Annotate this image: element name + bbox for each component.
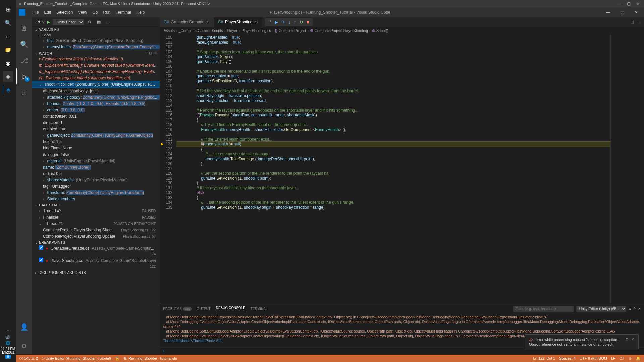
restart-button[interactable]: ↻: [300, 20, 303, 25]
status-spaces[interactable]: Spaces: 4: [559, 356, 576, 360]
terminal-tab[interactable]: TERMINAL: [251, 307, 268, 311]
watch-section[interactable]: ⌄WATCH+⊟✕: [32, 50, 160, 56]
debug-more-icon[interactable]: ⋯: [105, 20, 111, 24]
split-editor-icon[interactable]: ◫: [630, 20, 634, 24]
vscode-task-icon[interactable]: ⬘: [3, 84, 13, 95]
maximize-button[interactable]: ▢: [625, 1, 632, 6]
code-content[interactable]: gunLight.enabled = true; faceLight.enabl…: [176, 34, 610, 304]
editor-more-icon[interactable]: ⋯: [637, 20, 641, 24]
status-branch[interactable]: 🔒: [115, 356, 120, 361]
chrome-icon[interactable]: ◉: [3, 58, 13, 68]
step-out-button[interactable]: ↑: [294, 20, 296, 25]
var-enemyhealth[interactable]: › enemyHealth: ZomBunny(Clone) (Complete…: [32, 44, 160, 50]
status-lang[interactable]: C#: [620, 356, 624, 360]
stackframe2[interactable]: CompleteProject.PlayerShooting.UpdatePla…: [32, 233, 160, 240]
menu-file[interactable]: File: [30, 10, 41, 15]
notification-toast[interactable]: ✕ ⚙ ⓧ error while processing request 'sc…: [525, 334, 639, 349]
task-view-icon[interactable]: ▭: [3, 31, 13, 42]
debug-settings-icon[interactable]: ⚙: [87, 20, 93, 24]
w-static[interactable]: › Static members: [32, 196, 160, 202]
clear-console-icon[interactable]: ≡: [629, 307, 631, 311]
search-activity-icon[interactable]: 🔍: [16, 36, 32, 52]
close-all-icon[interactable]: ✕: [154, 51, 157, 55]
step-over-button[interactable]: ↷: [281, 20, 285, 25]
thread2[interactable]: › Thread #2PAUSED: [32, 208, 160, 214]
tray-vol-icon[interactable]: 🔊: [6, 335, 10, 340]
status-debug-target[interactable]: ▷ Unity Editor (Running_Shooter_Tutorial…: [42, 356, 111, 361]
menu-help[interactable]: Help: [134, 10, 148, 15]
w-rigid[interactable]: › attachedRigidbody: ZomBunny(Clone) (Un…: [32, 94, 160, 101]
callstack-section[interactable]: ⌄CALL STACK: [32, 202, 160, 208]
vsc-close-button[interactable]: ✕: [631, 10, 641, 15]
watch-cache2[interactable]: m_ExplosionHitCache[i].GetComponent<Enem…: [32, 69, 160, 75]
continue-button[interactable]: ▶: [275, 20, 278, 25]
taskbar-clock[interactable]: 11:24 PM 1/9/2021 8: [0, 347, 16, 359]
w-hideflags[interactable]: hideFlags: None: [32, 145, 160, 152]
thread1[interactable]: ⌄ Thread #1PAUSED ON BREAKPOINT: [32, 221, 160, 227]
output-tab[interactable]: OUTPUT: [197, 307, 211, 311]
w-artic[interactable]: attachedArticulationBody: {null}: [32, 88, 160, 94]
tray-badge[interactable]: 8: [5, 355, 11, 359]
w-enabled[interactable]: enabled: true: [32, 126, 160, 132]
breakpoints-section[interactable]: ⌄BREAKPOINTS: [32, 240, 160, 245]
menu-run[interactable]: Run: [100, 10, 113, 15]
local-scope[interactable]: ⌄Local: [32, 32, 160, 38]
minimize-button[interactable]: —: [616, 1, 623, 6]
debug-config-select[interactable]: Unity Editor: [53, 19, 84, 25]
w-bounds[interactable]: › bounds: Center: (-1.3, 1.0, -9.5), Ext…: [32, 101, 160, 107]
panel-maximize-icon[interactable]: ^: [634, 307, 635, 311]
w-gameobj[interactable]: › gameObject: ZomBunny(Clone) (UnityEngi…: [32, 132, 160, 139]
status-feedback-icon[interactable]: ☺: [628, 356, 632, 360]
breakpoint2[interactable]: ● PlayerShooting.cs Assets\_Complete-Gam…: [32, 257, 160, 270]
menu-edit[interactable]: Edit: [41, 10, 54, 15]
system-tray[interactable]: ˄ 🔊 🌐: [0, 329, 16, 345]
debug-source-select[interactable]: Unity Editor (Unity) (65...: [576, 306, 626, 312]
extensions-icon[interactable]: ⊞: [16, 84, 32, 101]
menu-terminal[interactable]: Terminal: [113, 10, 133, 15]
stackframe1[interactable]: CompleteProject.PlayerShooting.ShootPlay…: [32, 227, 160, 233]
status-encoding[interactable]: UTF-8 with BOM: [580, 356, 607, 360]
w-center[interactable]: › center: (0.0, 0.8, 0.0): [32, 107, 160, 113]
variables-section[interactable]: ⌄VARIABLES: [32, 27, 160, 32]
vsc-minimize-button[interactable]: —: [603, 10, 613, 15]
w-trans[interactable]: › transform: ZomBunny(Clone) (UnityEngin…: [32, 190, 160, 196]
menu-selection[interactable]: Selection: [54, 10, 75, 15]
tray-net-icon[interactable]: 🌐: [6, 341, 10, 345]
settings-gear-icon[interactable]: ⚙: [16, 338, 32, 354]
status-errors[interactable]: ⓧ 143 ⚠ 2: [19, 356, 38, 361]
menu-view[interactable]: View: [75, 10, 90, 15]
exception-breakpoints-section[interactable]: ›EXCEPTION BREAKPOINTS: [32, 270, 160, 275]
w-radius[interactable]: radius: 0.5: [32, 171, 160, 177]
status-sln[interactable]: 🗎 Running_Shooter_Tutorial.sln: [124, 356, 177, 360]
bp-checkbox[interactable]: [39, 258, 43, 262]
watch-i[interactable]: i: Evaluate request failed (Unknown iden…: [32, 56, 160, 62]
start-debugging-button[interactable]: ▶: [47, 20, 50, 24]
start-button[interactable]: ⊞: [3, 4, 13, 15]
finalizer[interactable]: › FinalizerPAUSED: [32, 214, 160, 221]
bp-checkbox[interactable]: [39, 245, 43, 250]
tab-grenadier[interactable]: C#GrenadierGrenade.cs: [160, 17, 214, 27]
debug-console-tab[interactable]: DEBUG CONSOLE: [216, 306, 245, 311]
add-watch-icon[interactable]: +: [145, 51, 147, 55]
watch-eh[interactable]: eh: Evaluate request failed (Unknown ide…: [32, 75, 160, 81]
vsc-maximize-button[interactable]: ▢: [617, 10, 627, 15]
debug-floating-toolbar[interactable]: ⠿ ▶ ↷ ↓ ↑ ↻ ■: [265, 18, 313, 26]
filter-input[interactable]: [513, 306, 574, 312]
stop-button[interactable]: ■: [307, 20, 309, 25]
panel-close-icon[interactable]: ✕: [638, 307, 641, 311]
source-control-icon[interactable]: ⎇: [16, 52, 32, 68]
explorer-icon[interactable]: 🗎: [16, 20, 32, 36]
notif-close-icon[interactable]: ✕: [631, 337, 634, 342]
debug-console-icon[interactable]: ▤: [96, 20, 102, 24]
debug-icon[interactable]: ▷1: [16, 68, 32, 84]
file-explorer-icon[interactable]: 📁: [3, 44, 13, 55]
watch-cache[interactable]: m_ExplosionHitCache[i]: Evaluate request…: [32, 62, 160, 69]
app-icon[interactable]: ◆: [3, 71, 13, 82]
tab-playershooting[interactable]: C#PlayerShooting.cs: [214, 17, 262, 27]
status-eol[interactable]: LF: [611, 356, 615, 360]
close-button[interactable]: ✕: [635, 1, 641, 6]
notif-settings-icon[interactable]: ⚙: [625, 337, 629, 342]
w-height[interactable]: height: 1.5: [32, 139, 160, 145]
w-contact[interactable]: contactOffset: 0.01: [32, 113, 160, 120]
code-editor[interactable]: 1001011021031041051061071081091101111121…: [160, 34, 644, 304]
